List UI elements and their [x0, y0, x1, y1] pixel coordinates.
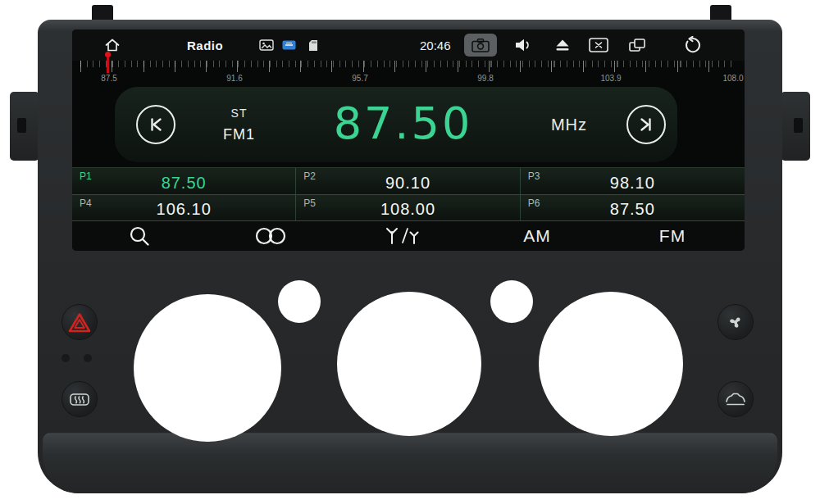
clock: 20:46 [420, 30, 451, 61]
preset-label: P4 [80, 198, 92, 209]
stereo-indicator: ST [231, 107, 248, 120]
fan-button[interactable] [718, 304, 754, 340]
eject-icon [554, 38, 571, 52]
status-bar: Radio 20:46 [72, 30, 745, 61]
frequency-display-panel: ST FM1 87.50 MHz [115, 87, 677, 162]
large-knob-hole-center [337, 292, 481, 436]
gallery-icon [259, 30, 274, 61]
small-knob-hole-right [490, 280, 533, 323]
loc-dx-button[interactable] [385, 221, 422, 251]
preset-button-p2[interactable]: P2 90.10 [296, 168, 520, 195]
frequency-unit: MHz [551, 116, 587, 134]
indicator-dot-right [84, 354, 92, 362]
defrost-icon [69, 391, 90, 407]
sd-card-icon [308, 30, 318, 61]
skip-back-icon [145, 114, 166, 135]
scale-label: 95.7 [352, 74, 367, 83]
floating-window-button[interactable] [628, 30, 646, 61]
radio-toolbar: AM FM [72, 221, 745, 251]
screw-hole [794, 118, 803, 133]
back-arrow-icon [682, 36, 702, 54]
mounting-ear-left [10, 92, 39, 161]
preset-label: P1 [80, 170, 92, 182]
band-label: FM1 [223, 126, 255, 143]
scale-label: 99.8 [477, 74, 493, 83]
indicator-dot-left [61, 354, 70, 362]
large-knob-hole-right [539, 292, 683, 436]
preset-button-p6[interactable]: P6 87.50 [521, 195, 745, 222]
search-stations-button[interactable] [128, 221, 151, 251]
preset-label: P3 [528, 170, 540, 182]
preset-button-p1[interactable]: P1 87.50 [72, 168, 296, 195]
screw-hole [17, 118, 26, 133]
seek-up-button[interactable] [626, 105, 666, 144]
tuner-scale: 87.5 91.6 95.7 99.8 103.9 108.0 [72, 61, 745, 87]
volume-button[interactable] [513, 30, 533, 61]
preset-value: 87.50 [162, 170, 207, 193]
preset-label: P2 [303, 170, 316, 182]
preset-label: P5 [303, 198, 316, 209]
skip-forward-icon [636, 114, 657, 135]
small-knob-hole-left [278, 280, 321, 323]
hazard-triangle-icon [67, 311, 92, 334]
fan-icon [726, 312, 745, 332]
preset-value: 98.10 [610, 170, 655, 193]
touchscreen: Radio 20:46 [72, 30, 745, 251]
eject-button[interactable] [554, 30, 571, 61]
hdmi-icon [282, 30, 296, 61]
back-button[interactable] [682, 30, 702, 61]
frequency-readout: 87.50 [255, 98, 551, 149]
camera-icon [464, 34, 497, 57]
preset-button-p4[interactable]: P4 106.10 [72, 195, 296, 222]
tuning-pointer [105, 52, 111, 73]
close-window-button[interactable] [589, 30, 608, 61]
tuner-ticks [80, 61, 736, 74]
double-circles-icon [253, 225, 289, 247]
scale-label: 108.0 [722, 74, 743, 83]
preset-button-p3[interactable]: P3 98.10 [521, 168, 745, 195]
hazard-button[interactable] [61, 304, 98, 340]
preset-label: P6 [528, 198, 540, 209]
app-title: Radio [187, 30, 223, 61]
vent-button[interactable] [718, 381, 754, 417]
speaker-icon [513, 37, 533, 53]
rear-defrost-button[interactable] [61, 381, 98, 417]
preset-grid: P1 87.50 P2 90.10 P3 98.10 P4 106.10 P5 … [72, 167, 745, 221]
scale-label: 103.9 [600, 74, 621, 83]
large-knob-hole-left [134, 294, 281, 442]
overlapping-windows-icon [628, 38, 646, 52]
preset-value: 106.10 [157, 196, 212, 219]
preset-value: 108.00 [380, 196, 435, 219]
bottom-lip [43, 433, 777, 493]
car-head-unit: Radio 20:46 [0, 0, 820, 504]
fm-band-button[interactable]: FM [659, 221, 686, 251]
preset-value: 90.10 [385, 170, 430, 193]
close-box-icon [589, 38, 608, 52]
dual-zone-button[interactable] [253, 221, 289, 251]
band-info: ST FM1 [223, 107, 255, 143]
preset-button-p5[interactable]: P5 108.00 [296, 195, 520, 222]
preset-value: 87.50 [610, 196, 655, 219]
scale-label: 91.6 [226, 74, 242, 83]
screenshot-button[interactable] [464, 30, 497, 61]
mounting-ear-right [781, 92, 810, 161]
seek-down-button[interactable] [136, 105, 175, 144]
search-icon [128, 225, 151, 247]
car-vent-icon [724, 391, 747, 407]
scale-label: 87.5 [101, 74, 116, 83]
am-band-button[interactable]: AM [523, 221, 551, 251]
antenna-loc-dx-icon [385, 225, 422, 247]
